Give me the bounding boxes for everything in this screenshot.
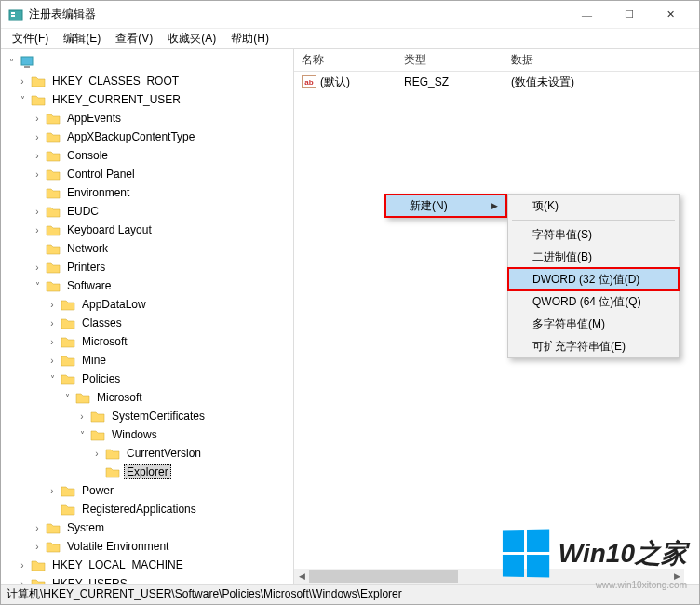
menu-edit[interactable]: 编辑(E) (56, 29, 108, 48)
tree-hklm[interactable]: ›HKEY_LOCAL_MACHINE (16, 556, 293, 574)
expand-icon[interactable]: › (16, 558, 29, 571)
tree-appdatalow[interactable]: ›AppDataLow (46, 295, 293, 314)
collapse-icon[interactable]: ˅ (75, 428, 88, 441)
tree-software[interactable]: ˅Software (31, 276, 293, 295)
statusbar: 计算机\HKEY_CURRENT_USER\Software\Policies\… (1, 584, 699, 604)
expand-icon[interactable]: › (31, 168, 44, 181)
expand-icon[interactable]: › (31, 223, 44, 236)
cm-multi[interactable]: 多字符串值(M) (508, 313, 679, 335)
tree-hkcr[interactable]: ›HKEY_CLASSES_ROOT (16, 72, 293, 90)
tree-explorer[interactable]: Explorer (90, 463, 293, 481)
folder-icon (90, 409, 105, 424)
tree-console[interactable]: ›Console (31, 146, 293, 165)
menu-help[interactable]: 帮助(H) (223, 29, 276, 48)
tree-keyboard[interactable]: ›Keyboard Layout (31, 221, 293, 239)
tree-network[interactable]: Network (31, 239, 293, 258)
expand-icon[interactable]: › (75, 410, 88, 423)
watermark-brand: Win10之家 (559, 536, 687, 571)
tree-hku[interactable]: ›HKEY_USERS (16, 574, 293, 584)
expand-icon[interactable]: › (90, 447, 103, 460)
tree-policies-microsoft[interactable]: ˅Microsoft (61, 388, 293, 407)
tree-policies[interactable]: ˅Policies (46, 370, 293, 388)
col-type[interactable]: 类型 (397, 52, 504, 68)
tree-environment[interactable]: Environment (31, 183, 293, 202)
folder-icon (61, 502, 75, 517)
context-menu-new: 项(K) 字符串值(S) 二进制值(B) DWORD (32 位)值(D) QW… (507, 194, 680, 358)
folder-icon (90, 427, 105, 442)
tree-classes[interactable]: ›Classes (46, 314, 293, 332)
value-type: REG_SZ (397, 75, 504, 88)
value-name: (默认) (320, 74, 350, 90)
tree-windows[interactable]: ˅Windows (75, 425, 293, 444)
tree-printers[interactable]: ›Printers (31, 258, 293, 276)
cm-dword[interactable]: DWORD (32 位)值(D) (508, 268, 679, 290)
collapse-icon[interactable]: ˅ (31, 279, 44, 292)
tree-microsoft[interactable]: ›Microsoft (46, 332, 293, 351)
folder-icon (46, 204, 61, 219)
expand-icon[interactable]: › (16, 577, 29, 584)
expand-icon[interactable]: › (46, 316, 59, 329)
expand-icon[interactable]: › (31, 130, 44, 143)
expand-icon[interactable]: › (31, 540, 44, 553)
scroll-left-icon[interactable]: ◀ (294, 569, 309, 584)
titlebar[interactable]: 注册表编辑器 — ☐ ✕ (1, 1, 699, 29)
expand-icon[interactable]: › (31, 261, 44, 274)
tree-mine[interactable]: ›Mine (46, 351, 293, 370)
close-button[interactable]: ✕ (650, 2, 692, 28)
menu-view[interactable]: 查看(V) (108, 29, 160, 48)
list-row[interactable]: ab(默认) REG_SZ (数值未设置) (294, 72, 699, 92)
menu-separator (512, 220, 675, 221)
expand-icon[interactable]: › (46, 354, 59, 367)
menu-favorites[interactable]: 收藏夹(A) (160, 29, 223, 48)
cm-new[interactable]: 新建(N) ▶ (385, 195, 506, 217)
col-name[interactable]: 名称 (294, 52, 397, 68)
cm-expand[interactable]: 可扩充字符串值(E) (508, 335, 679, 357)
tree-currentversion[interactable]: ›CurrentVersion (90, 444, 293, 463)
collapse-icon[interactable]: ˅ (46, 372, 59, 385)
tree-registeredapplications[interactable]: RegisteredApplications (46, 500, 293, 518)
tree-volatileenv[interactable]: ›Volatile Environment (31, 537, 293, 556)
expand-icon[interactable]: › (46, 484, 59, 497)
tree-appevents[interactable]: ›AppEvents (31, 109, 293, 128)
tree-hkcu[interactable]: ˅HKEY_CURRENT_USER (16, 90, 293, 109)
tree-appx[interactable]: ›AppXBackupContentType (31, 128, 293, 146)
svg-rect-2 (11, 15, 15, 17)
tree-controlpanel[interactable]: ›Control Panel (31, 165, 293, 183)
tree-systemcertificates[interactable]: ›SystemCertificates (75, 407, 293, 425)
folder-icon (46, 111, 61, 126)
collapse-icon[interactable]: ˅ (61, 391, 74, 404)
tree-eudc[interactable]: ›EUDC (31, 202, 293, 221)
cm-string[interactable]: 字符串值(S) (508, 223, 679, 246)
expand-icon[interactable]: › (46, 335, 59, 348)
collapse-icon[interactable]: ˅ (16, 93, 29, 106)
tree-power[interactable]: ›Power (46, 481, 293, 500)
menu-file[interactable]: 文件(F) (5, 29, 56, 48)
expand-icon[interactable]: › (31, 521, 44, 534)
folder-icon (105, 464, 120, 479)
folder-icon (46, 520, 61, 535)
tree-system[interactable]: ›System (31, 518, 293, 537)
expand-icon[interactable]: › (31, 149, 44, 162)
tree-pane[interactable]: ˅ ›HKEY_CLASSES_ROOT ˅HKEY_CURRENT_USER … (1, 49, 294, 584)
expand-icon[interactable]: › (16, 74, 29, 87)
scroll-thumb[interactable] (309, 570, 458, 583)
folder-icon (61, 483, 75, 498)
tree-computer[interactable]: ˅ (1, 53, 293, 72)
folder-icon (61, 353, 75, 368)
status-path: 计算机\HKEY_CURRENT_USER\Software\Policies\… (7, 586, 402, 602)
context-menu-main: 新建(N) ▶ (384, 194, 507, 218)
minimize-button[interactable]: — (566, 2, 608, 28)
cm-binary[interactable]: 二进制值(B) (508, 246, 679, 268)
expand-icon[interactable]: › (46, 298, 59, 311)
maximize-button[interactable]: ☐ (608, 2, 650, 28)
cm-key[interactable]: 项(K) (508, 195, 679, 217)
expand-icon[interactable]: › (31, 205, 44, 218)
menubar: 文件(F) 编辑(E) 查看(V) 收藏夹(A) 帮助(H) (1, 29, 699, 49)
folder-icon (31, 576, 46, 584)
cm-qword[interactable]: QWORD (64 位)值(Q) (508, 290, 679, 313)
submenu-arrow-icon: ▶ (491, 201, 498, 210)
expand-icon[interactable]: › (31, 112, 44, 125)
collapse-icon[interactable]: ˅ (5, 56, 18, 69)
col-data[interactable]: 数据 (504, 52, 699, 68)
folder-icon (46, 260, 61, 275)
